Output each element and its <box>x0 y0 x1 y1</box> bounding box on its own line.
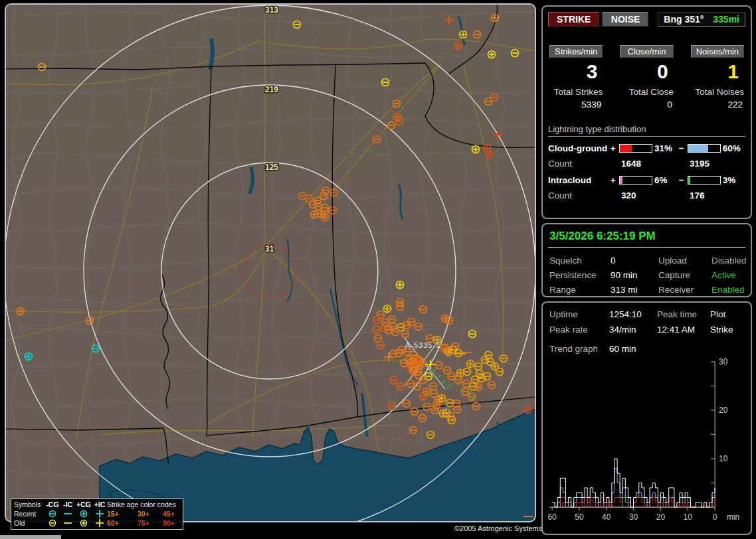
old-ic-pos-icon <box>92 518 107 527</box>
trend-panel: Uptime 1254:10 Peak time Plot Peak rate … <box>541 301 752 535</box>
old-cg-pos-icon <box>75 518 92 527</box>
svg-text:10: 10 <box>719 454 728 463</box>
ic-negative-pct: 3% <box>723 175 745 185</box>
cg-negative-pct: 60% <box>723 143 745 153</box>
peak-rate-label: Peak rate <box>549 325 609 335</box>
legend-symbols-label: Symbols <box>14 501 45 508</box>
strikes-per-min-value: 3 <box>549 60 603 86</box>
persistence-value: 90 min <box>611 270 658 280</box>
peak-time-label: Peak time <box>657 309 710 319</box>
close-per-min-value: 0 <box>620 60 673 86</box>
range-label: Range <box>549 285 611 295</box>
strike-stats-panel: STRIKE NOISE Bng 351° 335mi Strikes/min … <box>541 5 752 219</box>
persistence-label: Persistence <box>549 270 611 280</box>
noises-per-min-chip: Noises/min <box>691 45 744 58</box>
squelch-value: 0 <box>611 256 658 266</box>
recent-cg-pos-icon <box>75 509 92 518</box>
receiver-status: Enabled <box>711 285 747 295</box>
svg-text:313: 313 <box>265 5 278 15</box>
map-canvas: 31321912531 A-5335-1 <box>0 0 539 524</box>
intracloud-label: Intracloud <box>548 175 609 185</box>
uptime-value: 1254:10 <box>609 309 657 319</box>
plus-sign: + <box>609 175 617 185</box>
trend-graph-label: Trend graph <box>549 344 609 354</box>
range-value: 313 mi <box>611 285 658 295</box>
bearing-label: Bng 351° <box>664 14 704 25</box>
plot-label: Plot <box>710 309 745 319</box>
total-close-label: Total Close <box>620 87 673 97</box>
datetime-display: 3/5/2026 6:25:19 PM <box>548 228 745 248</box>
svg-text:50: 50 <box>575 512 584 522</box>
recent-cg-neg-icon <box>45 509 60 518</box>
map-legend: Symbols -CG -IC +CG +IC Strike age color… <box>11 499 183 530</box>
total-close-value: 0 <box>620 100 673 110</box>
copyright-text: ©2005 Astrogenic Systems <box>454 524 542 532</box>
total-noises-label: Total Noises <box>691 87 744 97</box>
legend-col-ic-pos: +IC <box>92 501 107 508</box>
total-strikes-label: Total Strikes <box>549 87 603 97</box>
cloud-ground-row: Cloud-ground + 31% − 60% <box>548 143 745 153</box>
total-strikes-value: 5339 <box>549 100 603 110</box>
trend-graph-window: 60 min <box>609 344 745 354</box>
storm-cell-label: A-5335-1 <box>405 341 440 349</box>
minus-sign: − <box>677 175 686 185</box>
strike-toggle-button[interactable]: STRIKE <box>548 12 599 27</box>
svg-text:0: 0 <box>713 512 717 522</box>
noises-per-min-value: 1 <box>691 60 744 86</box>
legend-row-old-label: Old <box>14 519 45 527</box>
cloud-ground-label: Cloud-ground <box>548 143 609 153</box>
svg-text:30: 30 <box>719 357 728 366</box>
minus-sign: − <box>677 143 686 153</box>
bearing-range: 335mi <box>713 14 739 25</box>
age-60: 60+ <box>107 519 138 527</box>
cg-positive-bar <box>619 144 652 153</box>
cg-negative-bar <box>688 144 720 153</box>
legend-age-title: Strike age color codes <box>107 501 188 508</box>
peak-rate-value: 34/min <box>609 325 657 335</box>
legend-col-cg-neg: -CG <box>45 501 60 508</box>
count-label: Count <box>548 191 621 200</box>
age-90: 90+ <box>163 519 188 527</box>
capture-label: Capture <box>658 270 711 280</box>
age-15: 15+ <box>107 510 138 518</box>
svg-text:30: 30 <box>629 512 638 522</box>
svg-text:40: 40 <box>602 512 611 522</box>
lightning-map: 31321912531 A-5335-1 Symbols -CG -IC +CG… <box>0 0 539 524</box>
ic-positive-count: 320 <box>621 191 690 200</box>
squelch-label: Squelch <box>549 256 611 266</box>
svg-text:125: 125 <box>265 163 278 172</box>
plus-sign: + <box>609 143 617 153</box>
trend-chart: 1020306050403020100min <box>548 356 747 524</box>
upload-status: Disabled <box>711 256 747 266</box>
strikes-per-min-chip: Strikes/min <box>549 45 603 58</box>
recent-ic-neg-icon <box>60 509 75 518</box>
old-ic-neg-icon <box>60 518 75 527</box>
legend-col-cg-pos: +CG <box>75 501 92 508</box>
recent-ic-pos-icon <box>92 509 107 518</box>
age-75: 75+ <box>138 519 163 527</box>
intracloud-count-row: Count 320 176 <box>548 191 745 200</box>
ic-negative-bar <box>688 176 720 185</box>
taskbar-sliver <box>0 535 61 539</box>
legend-col-ic-neg: -IC <box>60 501 75 508</box>
status-panel: 3/5/2026 6:25:19 PM Squelch 0 Upload Dis… <box>541 223 752 297</box>
cg-positive-count: 1648 <box>621 159 690 169</box>
uptime-label: Uptime <box>549 309 609 319</box>
ic-positive-pct: 6% <box>654 175 677 185</box>
svg-text:60: 60 <box>548 512 557 522</box>
age-45: 45+ <box>163 510 188 518</box>
intracloud-row: Intracloud + 6% − 3% <box>548 175 745 185</box>
noise-toggle-button[interactable]: NOISE <box>603 12 649 27</box>
count-label: Count <box>548 159 621 169</box>
capture-status: Active <box>711 270 747 280</box>
bearing-display: Bng 351° 335mi <box>658 12 745 27</box>
svg-text:31: 31 <box>265 244 274 254</box>
old-cg-neg-icon <box>45 518 60 527</box>
total-noises-value: 222 <box>691 100 744 110</box>
svg-text:219: 219 <box>265 85 278 94</box>
svg-text:min: min <box>727 512 739 522</box>
age-30: 30+ <box>138 510 163 518</box>
peak-time-value: 12:41 AM <box>657 325 710 335</box>
cg-negative-count: 3195 <box>690 159 709 169</box>
legend-row-recent-label: Recent <box>14 510 45 518</box>
